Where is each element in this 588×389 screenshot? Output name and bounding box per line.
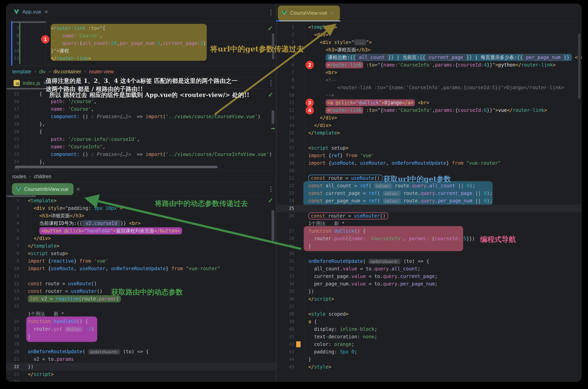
line-number: 40 — [280, 325, 294, 333]
hscrollbar-routes-bottom[interactable] — [15, 166, 218, 168]
vcs-added-mark — [271, 128, 275, 129]
line-number: 14 — [6, 295, 19, 303]
highlight-itp: v2.courseId — [82, 220, 120, 227]
highlight-rose: <router-link — [326, 62, 363, 68]
annotation-blue-get-text: 获取url中的get参数 — [383, 174, 451, 184]
vcs-added-strip — [19, 23, 20, 64]
breadcrumb-item[interactable]: template — [12, 69, 32, 74]
inspection-check-icon: ✓ — [268, 25, 273, 32]
code-line: <template> — [308, 23, 337, 31]
highlight-itp: current_page — [425, 54, 466, 61]
active-tab-underline-shade — [279, 20, 340, 21]
code-line: <script setup> — [308, 144, 348, 152]
code-line: <router-link :to="{name:'CourseInfo',par… — [308, 61, 555, 69]
code-line: } — [308, 356, 311, 363]
line-number: 8 — [6, 250, 19, 257]
code-line: </div> — [308, 122, 331, 129]
code-line: name: 'Course', — [28, 105, 94, 113]
tab-index-js[interactable]: JS index.js ✕ — [13, 80, 47, 86]
line-number: 2 — [6, 204, 19, 212]
line-number: 8 — [6, 32, 19, 39]
code-line: import {ref} from 'vue' — [308, 152, 374, 159]
code-line: display: inline-block; — [308, 325, 377, 333]
highlight-inl: value: — [383, 198, 401, 204]
line-number: 11 — [280, 99, 294, 106]
kebab-icon[interactable]: ⋮ — [268, 79, 274, 86]
code-line: <button @click="handleGO">返回课程列表页面</butt… — [28, 227, 182, 235]
breadcrumb-item[interactable]: routes — [12, 174, 26, 179]
line-number: 36 — [280, 295, 294, 303]
code-line: text-decoration: none; — [308, 333, 377, 341]
close-icon[interactable]: ✕ — [76, 187, 80, 192]
kebab-icon[interactable]: ⋮ — [268, 186, 274, 192]
line-number: 9 — [6, 39, 19, 47]
code-line: import {reactive} from 'vue' — [28, 257, 108, 265]
tab-courseinfo-vue[interactable]: CourseInfoView.vue — [15, 186, 69, 192]
code-line: <router-link :to="{name:'CourseInfo',par… — [308, 84, 564, 91]
line-number: 22 — [6, 363, 19, 371]
close-icon[interactable]: ✕ — [44, 9, 48, 14]
code-line: <br> — [308, 69, 337, 76]
tabbar-courseview: CourseView.vue ✕ — [277, 3, 582, 21]
line-number: 41 — [280, 333, 294, 341]
highlight-inl: updateGuard: — [369, 259, 401, 264]
line-number: 22 — [6, 143, 19, 151]
annotation-badge-3: 3 — [306, 98, 314, 107]
code-line: { — [28, 90, 42, 98]
vscrollbar-routes[interactable] — [272, 110, 274, 124]
code-line: }) — [28, 363, 34, 371]
line-number: 15 — [6, 90, 19, 98]
vscrollbar-courseview[interactable] — [578, 33, 581, 99]
code-line: padding: 5px 0; — [308, 348, 357, 356]
line-number: 43 — [280, 348, 294, 356]
line-number: 7 — [280, 69, 294, 76]
vscrollbar-courseinfo[interactable] — [272, 210, 274, 241]
code-line: all_count.value = to.query.all_count; — [308, 265, 420, 273]
code-line: <div> — [308, 31, 328, 38]
line-number: 10 — [6, 47, 19, 55]
breadcrumb-item[interactable]: div — [39, 69, 45, 74]
line-number: 1 — [6, 197, 19, 204]
tabbar-courseinfo: CourseInfoView.vue ✕ ⋮ — [6, 182, 276, 196]
highlight-grn: let v2 = reactive(route.params) — [28, 295, 121, 302]
line-number: 1 — [280, 23, 294, 31]
tab-courseview-vue[interactable]: CourseView.vue ✕ — [281, 10, 334, 16]
code-area-routes[interactable]: 15 {16 path: '/course',17 name: 'Course'… — [6, 89, 276, 170]
ide-window: App.vue ✕ ⋮ 7 <router-link :to="{8 name:… — [6, 3, 582, 382]
line-number: 17 — [280, 144, 294, 152]
tab-app-vue[interactable]: App.vue ✕ — [13, 9, 48, 15]
line-number: 32 — [280, 265, 294, 273]
highlight-inl: delta: — [65, 327, 83, 332]
breadcrumb[interactable]: routes›children — [6, 170, 276, 182]
line-number: 19 — [6, 340, 19, 348]
breadcrumb[interactable]: template›div›div.container›router-view — [6, 65, 276, 77]
code-line: per_page_num.value = to.query.per_page_n… — [308, 280, 438, 288]
breadcrumb-item[interactable]: children — [34, 174, 51, 179]
line-number: 11 — [6, 55, 19, 62]
line-number: 42 — [280, 341, 294, 348]
code-line: <script setup> — [28, 250, 68, 257]
line-number: 8 — [280, 76, 294, 84]
code-line: name: "CourseInfo", — [28, 143, 105, 151]
code-line: }, — [28, 120, 45, 128]
chevron-right-icon: › — [49, 69, 50, 74]
line-number: 39 — [280, 318, 294, 325]
code-line: 1个用法 新 * — [28, 310, 64, 318]
code-line: <style scoped> — [308, 310, 348, 318]
code-line: import {useRoute, useRouter, onBeforeRou… — [28, 265, 220, 272]
highlight-rose: <router-link — [326, 107, 363, 114]
line-number: 25 — [280, 205, 294, 212]
css-color-swatch[interactable] — [296, 341, 301, 347]
chevron-right-icon: › — [29, 174, 31, 179]
line-number: 7 — [6, 242, 19, 250]
breadcrumb-item[interactable]: router-view — [89, 69, 114, 74]
highlight-blu: 课程总数:{{ all_count }} | 当前页:{{ current_pa… — [326, 54, 572, 61]
line-number: 21 — [6, 135, 19, 143]
kebab-icon[interactable]: ⋮ — [268, 9, 274, 15]
line-number: 19 — [280, 159, 294, 167]
highlight-fld: ... — [354, 39, 366, 45]
annotation-badge-2: 2 — [306, 61, 314, 69]
close-icon[interactable]: ✕ — [330, 10, 334, 16]
code-area-courseview[interactable]: 1<template>2 <div>3 <div style="...">4 <… — [276, 22, 582, 382]
breadcrumb-item[interactable]: div.container — [53, 69, 81, 74]
